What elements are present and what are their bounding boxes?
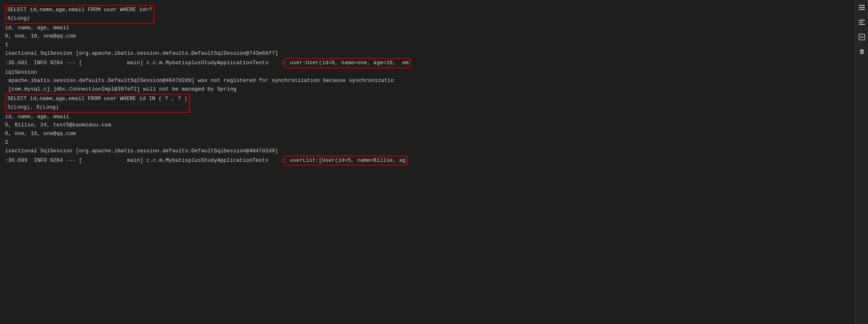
svg-rect-0	[859, 5, 865, 6]
log-line-4: 6, one, 18, one@qq.com	[5, 32, 850, 41]
toolbar-icon-1[interactable]	[858, 3, 866, 12]
toolbar-icon-2[interactable]	[858, 18, 866, 26]
svg-rect-7	[860, 37, 863, 37]
log-line-17: isactional SqlSession [org.apache.ibatis…	[5, 147, 850, 156]
log-line-7: :36.681 INFO 9284 --- [ main] c.c.m.Myba…	[5, 58, 850, 68]
svg-rect-1	[859, 7, 865, 8]
sql-line-1: SELECT id,name,age,email FROM user WHERE…	[7, 6, 152, 14]
log-line-9: apache.ibatis.session.defaults.DefaultSq…	[5, 77, 850, 85]
log-line-18: :36.699 INFO 9284 --- [ main] c.c.m.Myba…	[5, 156, 850, 166]
sql-line-11: SELECT id,name,age,email FROM user WHERE…	[7, 95, 187, 103]
log-output-panel: SELECT id,name,age,email FROM user WHERE…	[0, 0, 855, 324]
svg-rect-2	[859, 9, 865, 10]
log-line-7-highlight: user:User(id=6, name=one, age=18, em	[285, 58, 411, 68]
log-line-15: 6, one, 18, one@qq.com	[5, 130, 850, 138]
toolbar-icon-3[interactable]	[858, 33, 866, 41]
sql-highlight-block-2: SELECT id,name,age,email FROM user WHERE…	[5, 94, 190, 113]
sql-block-1: SELECT id,name,age,email FROM user WHERE…	[5, 5, 850, 24]
log-line-6: isactional SqlSession [org.apache.ibatis…	[5, 49, 850, 58]
svg-rect-3	[859, 20, 865, 21]
log-line-3: id, name, age, email	[5, 24, 850, 33]
log-line-7-text: :36.681 INFO 9284 --- [ main] c.c.m.Myba…	[5, 59, 285, 68]
log-line-16: 2	[5, 138, 850, 147]
delete-icon[interactable]	[858, 48, 866, 56]
log-line-18-text: :36.699 INFO 9284 --- [ main] c.c.m.Myba…	[5, 156, 285, 165]
log-line-18-highlight: userList:[User(id=5, name=Billie, ag	[285, 156, 408, 166]
sql-highlight-block-1: SELECT id,name,age,email FROM user WHERE…	[5, 5, 154, 24]
svg-rect-5	[859, 24, 865, 25]
sql-block-2: SELECT id,name,age,email FROM user WHERE…	[5, 94, 850, 113]
log-line-13: id, name, age, email	[5, 113, 850, 121]
log-line-8: iqlSession	[5, 68, 850, 77]
log-container: SELECT id,name,age,email FROM user WHERE…	[5, 3, 850, 167]
sql-line-12: 5(Long), 6(Long)	[7, 103, 187, 112]
svg-rect-4	[859, 22, 863, 23]
right-toolbar	[855, 0, 868, 324]
sql-line-2: 6(Long)	[7, 14, 152, 23]
log-line-5: 1	[5, 41, 850, 49]
log-line-10: [com.mysql.cj.jdbc.ConnectionImpl@397ef2…	[5, 85, 850, 94]
log-line-14: 5, Billie, 24, test5@baomidou.com	[5, 121, 850, 130]
